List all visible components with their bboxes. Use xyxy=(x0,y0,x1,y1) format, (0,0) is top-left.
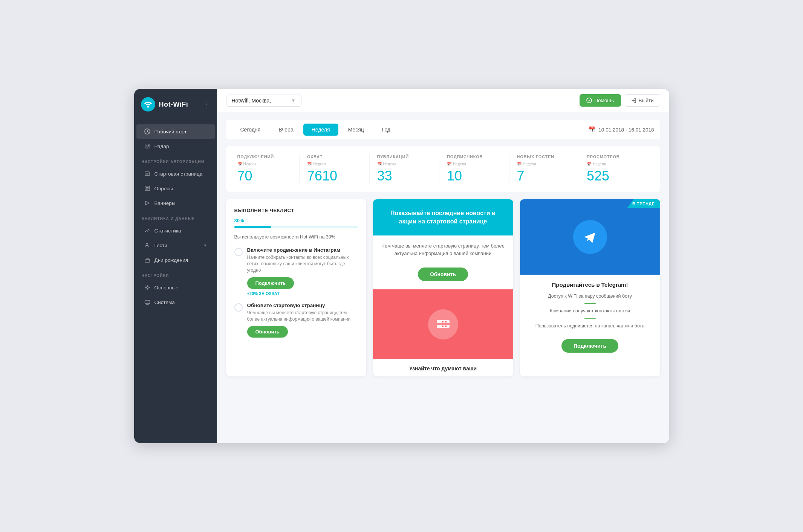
stat-value-views: 525 xyxy=(587,168,641,183)
telegram-body: Продвигайтесь в Telegram! Доступ к WiFi … xyxy=(520,275,660,360)
cal-icon-sm: 📅 xyxy=(377,162,382,166)
sidebar-item-start-page[interactable]: Стартовая страница xyxy=(136,167,215,181)
stat-label-reach: Охват xyxy=(307,154,362,159)
svg-point-0 xyxy=(147,106,149,108)
checklist-progress-fill xyxy=(234,226,271,228)
stat-reach: Охват 📅 Неделя 7610 xyxy=(300,154,370,183)
sidebar-nav: Рабочий стол Радар Настройки Авторизации xyxy=(134,120,217,443)
location-select[interactable]: HotWifi, Москва, ▼ xyxy=(226,95,301,107)
help-button[interactable]: ? Помощь xyxy=(580,94,621,107)
sidebar-item-surveys[interactable]: Опросы xyxy=(136,181,215,196)
sidebar-label-surveys: Опросы xyxy=(154,186,173,191)
stat-value-connections: 70 xyxy=(237,168,292,183)
sidebar-label-birthdays: Дни рождения xyxy=(154,257,188,263)
telegram-feature-3: Пользователь подпишется на канал, чат ил… xyxy=(528,323,653,330)
news-mid-desc: Чем чаще вы меняете стартовую страницу, … xyxy=(381,242,505,257)
tabs-row: Сегодня Вчера Неделя Месяц Год 📅 10.01.2… xyxy=(226,120,660,139)
guests-chevron: ▼ xyxy=(203,243,207,248)
topbar: HotWifi, Москва, ▼ ? Помощь xyxy=(217,89,669,112)
cal-icon-sm: 📅 xyxy=(307,162,312,166)
exit-icon xyxy=(631,98,636,103)
exit-button[interactable]: Выйти xyxy=(625,94,660,107)
telegram-title: Продвигайтесь в Telegram! xyxy=(528,281,653,288)
tab-today[interactable]: Сегодня xyxy=(232,124,269,136)
cal-icon-sm: 📅 xyxy=(587,162,591,166)
svg-point-6 xyxy=(146,243,148,245)
dashboard-icon xyxy=(144,128,151,135)
sidebar-label-guests: Гости xyxy=(154,243,167,248)
stat-value-posts: 33 xyxy=(377,168,432,183)
sidebar-item-dashboard[interactable]: Рабочий стол xyxy=(136,124,215,139)
router-icon-circle xyxy=(428,309,458,339)
radio-instagram[interactable] xyxy=(234,248,243,256)
sidebar-item-system[interactable]: Система xyxy=(136,295,215,309)
location-chevron: ▼ xyxy=(291,98,296,103)
menu-dots[interactable]: ⋮ xyxy=(203,100,210,109)
sidebar-item-statistics[interactable]: Статистика xyxy=(136,223,215,238)
svg-point-8 xyxy=(146,287,148,289)
date-range[interactable]: 📅 10.01.2018 - 16.01.2018 xyxy=(588,126,654,133)
logo-icon xyxy=(141,97,155,112)
sidebar-logo: Hot-WiFi ⋮ xyxy=(134,89,217,120)
tab-month[interactable]: Месяц xyxy=(340,124,372,136)
checklist-title: Выполните чеклист xyxy=(234,208,358,213)
date-range-text: 10.01.2018 - 16.01.2018 xyxy=(598,127,654,133)
system-icon xyxy=(144,299,151,306)
news-bottom xyxy=(373,289,513,359)
tab-week[interactable]: Неделя xyxy=(303,124,338,136)
update-news-button[interactable]: Обновить xyxy=(418,268,468,281)
instagram-tag: +20% ЗА ОХВАТ xyxy=(247,291,358,296)
logo-text: Hot-WiFi xyxy=(159,101,188,109)
statistics-icon xyxy=(144,227,151,234)
svg-rect-9 xyxy=(145,300,150,304)
sidebar-label-radar: Радар xyxy=(154,144,169,149)
sidebar: Hot-WiFi ⋮ Рабочий стол xyxy=(134,89,217,443)
calendar-icon: 📅 xyxy=(588,126,595,133)
stat-sub-posts: 📅 Неделя xyxy=(377,162,432,166)
tab-year[interactable]: Год xyxy=(374,124,399,136)
sidebar-label-banners: Баннеры xyxy=(154,200,176,206)
radio-start-page[interactable] xyxy=(234,303,243,312)
checklist-progress-bar xyxy=(234,226,358,228)
stat-label-posts: Публикаций xyxy=(377,154,432,159)
cal-icon-sm: 📅 xyxy=(517,162,522,166)
sidebar-label-start-page: Стартовая страница xyxy=(154,171,203,177)
checklist-item-start-page: Обновите стартовую страницу Чем чаще вы … xyxy=(234,303,358,338)
news-bottom-title: Узнайте что думают ваши xyxy=(381,365,505,373)
stat-sub-views: 📅 Неделя xyxy=(587,162,641,166)
item-instagram-desc: Начните собирать контакты во всех социал… xyxy=(247,254,358,273)
stat-sub-connections: 📅 Неделя xyxy=(237,162,292,166)
connect-instagram-button[interactable]: Подключить xyxy=(247,277,294,289)
stat-views: Просмотров 📅 Неделя 525 xyxy=(579,154,649,183)
update-start-page-button[interactable]: Обновить xyxy=(247,326,288,338)
svg-rect-7 xyxy=(145,259,150,262)
svg-rect-16 xyxy=(442,326,444,327)
checklist-description: Вы используете возможности Hot WiFi на 3… xyxy=(234,234,358,241)
birthdays-icon xyxy=(144,257,151,263)
tab-yesterday[interactable]: Вчера xyxy=(270,124,302,136)
sidebar-item-radar[interactable]: Радар xyxy=(136,139,215,153)
sidebar-item-banners[interactable]: Баннеры xyxy=(136,196,215,210)
telegram-icon-circle xyxy=(573,220,607,254)
connect-telegram-button[interactable]: Подключить xyxy=(561,339,618,353)
svg-rect-14 xyxy=(442,321,444,323)
stat-connections: Подключений 📅 Неделя 70 xyxy=(237,154,300,183)
sidebar-item-general[interactable]: Основные xyxy=(136,280,215,295)
telegram-top xyxy=(520,199,660,275)
start-page-icon xyxy=(144,170,151,177)
sidebar-item-birthdays[interactable]: Дни рождения xyxy=(136,253,215,267)
sidebar-label-dashboard: Рабочий стол xyxy=(154,129,187,135)
app-container: Hot-WiFi ⋮ Рабочий стол xyxy=(134,89,669,443)
sidebar-label-general: Основные xyxy=(154,285,179,290)
main-content: HotWifi, Москва, ▼ ? Помощь xyxy=(217,89,669,443)
sidebar-item-guests[interactable]: Гости ▼ xyxy=(136,238,215,252)
stat-label-new-guests: Новых гостей xyxy=(517,154,572,159)
checklist-item-instagram: Включите продвижение в Инстаграм Начните… xyxy=(234,247,358,295)
stats-row: Подключений 📅 Неделя 70 Охват 📅 Неделя 7… xyxy=(226,146,660,192)
banners-icon xyxy=(144,200,151,206)
cal-icon-sm: 📅 xyxy=(447,162,451,166)
svg-text:?: ? xyxy=(588,99,590,102)
stat-new-guests: Новых гостей 📅 Неделя 7 xyxy=(509,154,580,183)
content-area: Сегодня Вчера Неделя Месяц Год 📅 10.01.2… xyxy=(217,112,669,443)
item-start-page-title: Обновите стартовую страницу xyxy=(247,303,358,308)
